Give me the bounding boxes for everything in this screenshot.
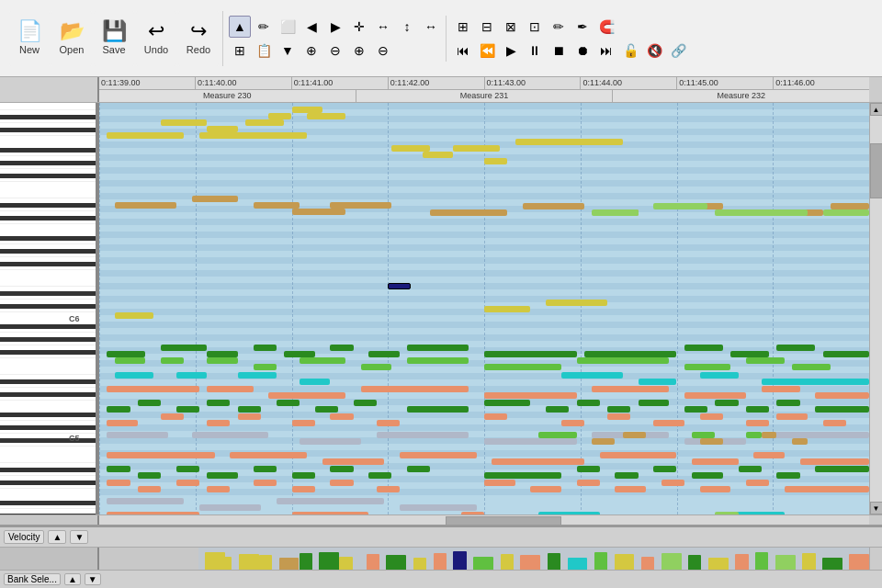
note-osl5: [254, 480, 277, 486]
velocity-canvas[interactable]: [198, 548, 869, 570]
new-label: New: [19, 44, 40, 55]
eraser-tool-button[interactable]: ⬜: [277, 16, 299, 38]
note-osl13: [662, 480, 684, 486]
note-y7: [107, 132, 184, 139]
end-button[interactable]: ⏭: [595, 40, 617, 62]
bank-select-button[interactable]: Bank Sele...: [4, 573, 61, 585]
note-gray-low4: [400, 504, 477, 511]
lock-button[interactable]: 🔓: [619, 40, 641, 62]
vel-bar-12: [434, 553, 447, 570]
copy-button[interactable]: ⊞: [229, 40, 251, 62]
prev-button[interactable]: ◀: [300, 16, 322, 38]
move-v-button[interactable]: ↕: [396, 16, 418, 38]
rewind-button[interactable]: ⏮: [452, 40, 474, 62]
note-gslow1: [715, 512, 738, 514]
stretch-button[interactable]: ↔: [420, 16, 442, 38]
note-osl2: [138, 486, 161, 492]
note-dg11: [684, 345, 723, 351]
scroll-down-button[interactable]: ▼: [870, 502, 883, 514]
move-button[interactable]: ✛: [348, 16, 370, 38]
note-lg6: [361, 364, 392, 370]
align-right-button[interactable]: ⊟: [476, 16, 498, 38]
bank-controls: Bank Sele... ▲ ▼: [4, 573, 103, 585]
vel-bar-4: [259, 555, 273, 570]
piano-roll-canvas[interactable]: [99, 103, 869, 514]
play-button[interactable]: ▶: [500, 40, 522, 62]
magnet-button[interactable]: 🧲: [595, 16, 617, 38]
note-gray-low3: [277, 498, 384, 504]
piano-roll-area: // Rendered inline below C6 C5 C4: [0, 103, 882, 514]
zoom-out-h-button[interactable]: ⊖: [372, 40, 394, 62]
note-osl9: [484, 480, 515, 486]
hscroll-thumb[interactable]: [446, 516, 561, 526]
note-lc1: [115, 312, 153, 319]
note-osl6: [292, 486, 315, 492]
zoom-in-v-button[interactable]: ⊕: [300, 40, 322, 62]
save-button[interactable]: 💾 Save: [94, 11, 134, 66]
note-glr2: [138, 472, 161, 479]
note-y11: [453, 145, 499, 152]
vel-bar-6: [300, 553, 313, 570]
undo-button[interactable]: ↩ Undo: [136, 11, 176, 66]
note-osl4: [207, 486, 230, 492]
note-osl10: [530, 486, 561, 492]
velocity-up-button[interactable]: ▲: [48, 530, 66, 544]
note-c5t4: [762, 432, 777, 438]
bank-down-button[interactable]: ▼: [85, 573, 101, 585]
note-b4: [292, 209, 346, 215]
note-grp7: [315, 406, 338, 413]
pencil-button[interactable]: ✏: [548, 16, 570, 38]
select-tool-button[interactable]: ▲: [229, 16, 251, 38]
note-os11: [653, 420, 684, 426]
pen-button[interactable]: ✒: [571, 16, 594, 38]
new-icon: 📄: [17, 21, 42, 41]
bank-up-button[interactable]: ▲: [64, 573, 81, 585]
align-left-button[interactable]: ⊞: [452, 16, 474, 38]
note-osl12: [615, 486, 646, 492]
record-button[interactable]: ⏺: [571, 40, 594, 62]
velocity-label-button[interactable]: Velocity: [4, 530, 44, 544]
distribute-button[interactable]: ⊠: [500, 16, 522, 38]
zoom-out-v-button[interactable]: ⊖: [324, 40, 346, 62]
redo-button[interactable]: ↪ Redo: [178, 11, 219, 66]
scroll-thumb[interactable]: [870, 143, 883, 198]
note-o6: [592, 386, 669, 392]
velocity-down-button[interactable]: ▼: [70, 530, 88, 544]
link-button[interactable]: 🔗: [667, 40, 689, 62]
vel-bar-18: [594, 552, 608, 570]
group-button[interactable]: ⊡: [524, 16, 546, 38]
note-lg8: [484, 364, 561, 370]
note-osl11: [577, 480, 600, 486]
hscroll-track[interactable]: [99, 515, 869, 525]
main-area: 0:11:39.00 0:11:40.00 0:11:41.00 0:11:42…: [0, 77, 882, 588]
bank-select-area: Bank Sele... ▲ ▼: [0, 570, 882, 588]
mute-button[interactable]: 🔇: [643, 40, 665, 62]
note-dg7: [368, 351, 400, 357]
note-dg10: [584, 351, 677, 357]
new-button[interactable]: 📄 New: [9, 11, 50, 66]
hscroll-bar[interactable]: [0, 514, 882, 526]
zoom-in-h-button[interactable]: ⊕: [348, 40, 370, 62]
align-col: ⊞ ⊟ ⊠ ⊡ ✏ ✒ 🧲 ⏮ ⏪ ▶ ⏸ ⏹ ⏺ ⏭ 🔓 🔇 🔗: [452, 16, 689, 62]
vel-bar-17: [568, 558, 588, 570]
velocity-header: Velocity ▲ ▼: [0, 527, 882, 548]
measure-label-230: Measure 230: [99, 90, 356, 102]
note-c2: [176, 372, 208, 379]
move-h-button[interactable]: ↔: [372, 16, 394, 38]
note-gray5: [484, 438, 577, 445]
next-button[interactable]: ▶: [324, 16, 346, 38]
pause-button[interactable]: ⏸: [524, 40, 546, 62]
open-button[interactable]: 📂 Open: [51, 11, 92, 66]
note-glr17: [815, 466, 869, 472]
paste-button[interactable]: 📋: [253, 40, 275, 62]
draw-tool-button[interactable]: ✏: [253, 16, 275, 38]
note-b7: [523, 203, 584, 209]
note-dg8: [407, 345, 469, 351]
scroll-track[interactable]: [870, 116, 883, 502]
stop-button[interactable]: ⏹: [548, 40, 570, 62]
prev-frame-button[interactable]: ⏪: [476, 40, 498, 62]
vertical-scrollbar[interactable]: ▲ ▼: [869, 103, 882, 514]
note-cursor: [388, 283, 411, 289]
scroll-up-button[interactable]: ▲: [870, 103, 883, 116]
paste-drop-button[interactable]: ▼: [277, 40, 299, 62]
